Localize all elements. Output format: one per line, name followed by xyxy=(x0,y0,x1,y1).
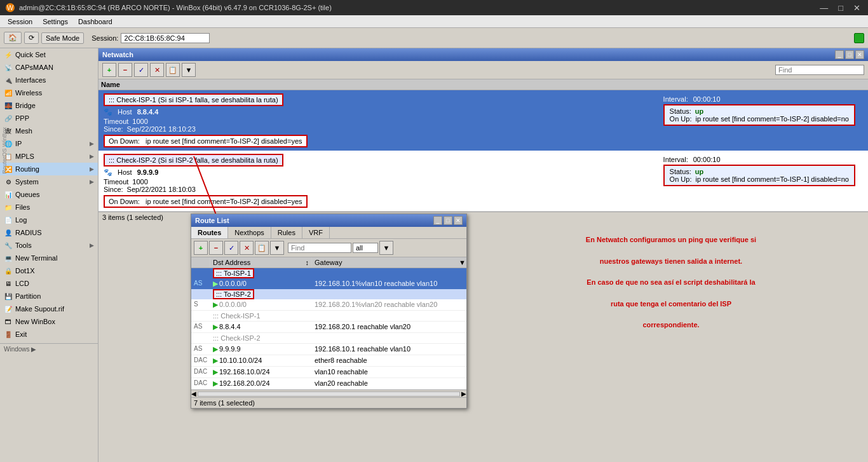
table-row[interactable]: AS ▶8.8.4.4 192.168.20.1 reachable vlan2… xyxy=(191,322,466,333)
nw-minimize-btn[interactable]: _ xyxy=(835,50,844,59)
annotation-text: En Netwatch configuramos un ping que ver… xyxy=(487,226,855,333)
rt-add-btn[interactable]: + xyxy=(194,241,208,255)
minimize-button[interactable]: — xyxy=(817,3,831,13)
table-row[interactable]: DAC ▶10.10.10.0/24 ether8 reachable xyxy=(191,355,466,367)
isp1-host-value: 8.8.4.4 xyxy=(137,108,159,116)
isp2-since-value: Sep/22/2021 18:10:03 xyxy=(127,186,196,193)
green-arrow: ▶ xyxy=(213,379,218,387)
sidebar-label-new-terminal: New Terminal xyxy=(15,254,57,262)
tools-icon: 🔧 xyxy=(4,241,13,250)
table-row[interactable]: ::: To-ISP-1 xyxy=(191,268,466,278)
sidebar-item-new-winbox[interactable]: 🗔 New WinBox xyxy=(0,315,98,328)
rt-x-btn[interactable]: ✕ xyxy=(240,241,254,255)
table-row[interactable]: ::: To-ISP-2 xyxy=(191,289,466,299)
tab-vrf[interactable]: VRF xyxy=(302,227,330,238)
sidebar-item-new-terminal[interactable]: 💻 New Terminal xyxy=(0,252,98,264)
rt-maximize-btn[interactable]: □ xyxy=(444,216,452,225)
nw-close-btn[interactable]: ✕ xyxy=(855,50,864,59)
close-button[interactable]: ✕ xyxy=(851,3,863,13)
sidebar-item-quick-set[interactable]: ⚡ Quick Set xyxy=(0,48,98,61)
menu-session[interactable]: Session xyxy=(3,17,37,27)
scroll-left-btn[interactable]: ◀ xyxy=(191,390,196,397)
refresh-button[interactable]: ⟳ xyxy=(24,32,39,44)
table-row[interactable]: DAC ▶192.168.10.0/24 vlan10 reachable xyxy=(191,367,466,378)
sidebar-item-files[interactable]: 📁 Files xyxy=(0,201,98,214)
table-row[interactable]: AS ▶9.9.9.9 192.168.10.1 reachable vlan1… xyxy=(191,344,466,355)
isp2-interval-label: Interval: xyxy=(663,156,688,163)
nw-filter-btn[interactable]: ▼ xyxy=(182,63,196,77)
sidebar-item-mpls[interactable]: 📋 MPLS ▶ xyxy=(0,150,98,163)
row-type: DAC xyxy=(191,379,210,388)
route-list-window: Route List _ □ ✕ Routes Nexthops Rules V… xyxy=(191,214,467,409)
sidebar-item-wireless[interactable]: 📶 Wireless xyxy=(0,86,98,99)
row-type xyxy=(191,290,210,299)
nw-remove-btn[interactable]: − xyxy=(118,63,132,77)
nw-maximize-btn[interactable]: □ xyxy=(845,50,854,59)
rt-filter-btn[interactable]: ▼ xyxy=(270,241,284,255)
sidebar-item-routing[interactable]: 🔀 Routing ▶ xyxy=(0,163,98,175)
row-gw xyxy=(312,334,466,343)
sidebar-item-ip[interactable]: 🌐 IP ▶ xyxy=(0,137,98,150)
nw-copy-btn[interactable]: 📋 xyxy=(166,63,180,77)
sidebar-item-log[interactable]: 📄 Log xyxy=(0,214,98,226)
menu-dashboard[interactable]: Dashboard xyxy=(73,17,118,27)
rt-col-dst[interactable]: Dst Address ↕ xyxy=(210,257,312,268)
sidebar-item-make-supout[interactable]: 📝 Make Supout.rif xyxy=(0,302,98,315)
isp2-status-value: up xyxy=(695,168,703,175)
rt-minimize-btn[interactable]: _ xyxy=(433,216,442,225)
isp2-row[interactable]: ::: Check-ISP-2 (Si si ISP-2 falla, se d… xyxy=(98,151,868,212)
safemode-button[interactable]: Safe Mode xyxy=(41,32,84,44)
green-arrow: ▶ xyxy=(213,368,218,376)
row-dst: ::: Check-ISP-2 xyxy=(210,334,312,343)
sidebar-item-exit[interactable]: 🚪 Exit xyxy=(0,328,98,341)
home-button[interactable]: 🏠 xyxy=(4,32,22,44)
sidebar-item-partition[interactable]: 💾 Partition xyxy=(0,290,98,302)
sidebar-item-bridge[interactable]: 🌉 Bridge xyxy=(0,99,98,112)
rt-col-header: Dst Address ↕ Gateway ▼ xyxy=(191,257,466,268)
sidebar-item-system[interactable]: ⚙ System ▶ xyxy=(0,175,98,188)
row-type xyxy=(191,269,210,278)
table-row[interactable]: ::: Check-ISP-2 xyxy=(191,333,466,344)
table-row[interactable]: DAC ▶192.168.20.0/24 vlan20 reachable xyxy=(191,378,466,390)
sidebar-item-lcd[interactable]: 🖥 LCD xyxy=(0,277,98,290)
nw-add-btn[interactable]: + xyxy=(102,63,116,77)
session-input[interactable] xyxy=(121,33,210,43)
scroll-right-btn[interactable]: ▶ xyxy=(461,390,466,397)
rt-check-btn[interactable]: ✓ xyxy=(224,241,238,255)
sidebar-item-radius[interactable]: 👤 RADIUS xyxy=(0,226,98,239)
sidebar-item-ppp[interactable]: 🔗 PPP xyxy=(0,112,98,125)
table-row[interactable]: AS ▶0.0.0.0/0 192.168.10.1%vlan10 reacha… xyxy=(191,278,466,289)
tab-rules[interactable]: Rules xyxy=(271,227,302,238)
rt-scroll-down-btn[interactable]: ▼ xyxy=(379,241,393,255)
rt-all-input[interactable] xyxy=(353,243,378,253)
menu-settings[interactable]: Settings xyxy=(37,17,73,27)
sidebar-item-queues[interactable]: 📊 Queues xyxy=(0,188,98,201)
window-controls: — □ ✕ xyxy=(817,3,863,13)
rt-col-gw[interactable]: Gateway xyxy=(312,257,456,268)
nw-x-btn[interactable]: ✕ xyxy=(150,63,164,77)
tab-nexthops[interactable]: Nexthops xyxy=(228,227,271,238)
route-scrollbar[interactable]: ◀ ▶ xyxy=(191,390,466,397)
rt-copy-btn[interactable]: 📋 xyxy=(255,241,269,255)
table-row[interactable]: S ▶0.0.0.0/0 192.168.20.1%vlan20 reachab… xyxy=(191,299,466,311)
tab-routes[interactable]: Routes xyxy=(191,227,228,238)
sidebar-item-dot1x[interactable]: 🔒 Dot1X xyxy=(0,264,98,277)
isp2-ondown-box: On Down: ip route set [find comment=To-I… xyxy=(104,195,308,208)
sidebar-item-interfaces[interactable]: 🔌 Interfaces xyxy=(0,74,98,86)
nw-check-btn[interactable]: ✓ xyxy=(134,63,148,77)
mpls-arrow: ▶ xyxy=(90,153,94,160)
rt-remove-btn[interactable]: − xyxy=(209,241,223,255)
nw-find-input[interactable] xyxy=(775,65,864,75)
maximize-button[interactable]: □ xyxy=(836,3,846,13)
scroll-track[interactable] xyxy=(198,391,460,397)
sidebar-item-capsman[interactable]: 📡 CAPsMAAN xyxy=(0,61,98,74)
table-row[interactable]: ::: Check-ISP-1 xyxy=(191,311,466,322)
isp1-row[interactable]: ::: Check-ISP-1 (Si si ISP-1 falla, se d… xyxy=(98,90,868,151)
rt-close-btn[interactable]: ✕ xyxy=(454,216,463,225)
rt-sort-icon: ↕ xyxy=(306,259,309,266)
sidebar-item-mesh[interactable]: 🕸 Mesh xyxy=(0,125,98,137)
sidebar-item-tools[interactable]: 🔧 Tools ▶ xyxy=(0,239,98,252)
row-type: DAC xyxy=(191,367,210,377)
green-arrow: ▶ xyxy=(213,345,218,353)
rt-find-input[interactable] xyxy=(288,243,351,253)
